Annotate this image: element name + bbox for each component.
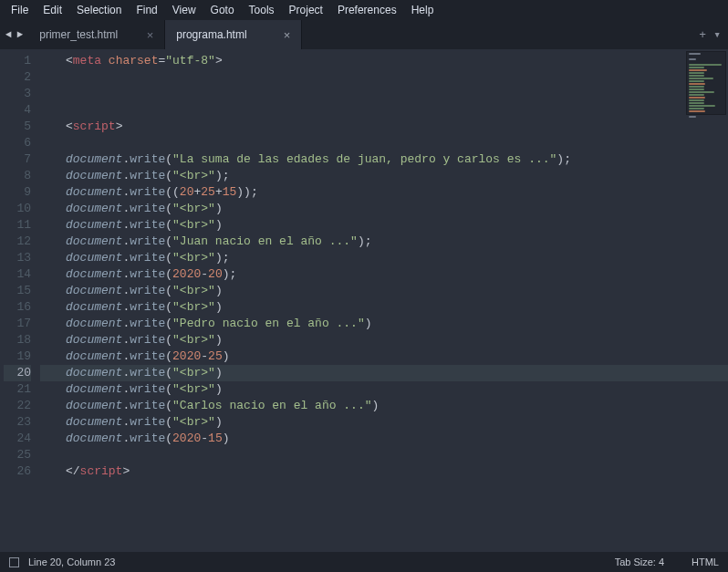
line-number: 4 — [4, 102, 31, 119]
cursor-position[interactable]: Line 20, Column 23 — [28, 556, 115, 567]
editor-area: 1234567891011121314151617181920212223242… — [0, 49, 728, 552]
menu-tools[interactable]: Tools — [242, 1, 282, 19]
menu-file[interactable]: File — [4, 1, 36, 19]
syntax-setting[interactable]: HTML — [692, 556, 719, 567]
line-number: 22 — [4, 398, 31, 414]
line-number: 11 — [4, 217, 31, 234]
tab-label: programa.html — [176, 28, 246, 41]
tab-dropdown-icon[interactable]: ▾ — [713, 27, 721, 42]
code-line[interactable]: <script> — [40, 119, 728, 135]
tab-primer-test[interactable]: primer_test.html × — [28, 20, 165, 49]
line-number: 20 — [4, 365, 31, 381]
line-number: 18 — [4, 332, 31, 348]
status-bar: Line 20, Column 23 Tab Size: 4 HTML — [0, 552, 728, 572]
nav-forward-icon[interactable]: ► — [17, 29, 24, 40]
line-number: 10 — [4, 201, 31, 217]
code-line[interactable]: document.write(2020-20); — [40, 266, 728, 283]
menu-edit[interactable]: Edit — [36, 1, 69, 19]
line-number: 8 — [4, 168, 31, 184]
code-line[interactable]: document.write("La suma de las edades de… — [40, 151, 728, 168]
line-number: 21 — [4, 381, 31, 398]
line-number: 24 — [4, 431, 31, 447]
line-number: 1 — [4, 53, 31, 69]
code-line[interactable]: document.write("<br>") — [40, 414, 728, 431]
new-tab-icon[interactable]: + — [699, 28, 706, 42]
tab-history-nav: ◄ ► — [0, 20, 28, 49]
menu-view[interactable]: View — [165, 1, 203, 19]
close-icon[interactable]: × — [147, 28, 154, 42]
line-number-gutter: 1234567891011121314151617181920212223242… — [0, 49, 40, 552]
nav-back-icon[interactable]: ◄ — [5, 29, 12, 40]
code-line[interactable]: document.write("<br>") — [40, 365, 728, 381]
tab-label: primer_test.html — [39, 28, 118, 41]
code-line[interactable]: document.write((20+25+15)); — [40, 184, 728, 201]
code-line[interactable]: document.write("<br>"); — [40, 250, 728, 266]
line-number: 23 — [4, 414, 31, 431]
menu-goto[interactable]: Goto — [203, 1, 242, 19]
code-content[interactable]: <meta charset="utf-8"><script>document.w… — [40, 49, 728, 552]
menu-selection[interactable]: Selection — [69, 1, 129, 19]
line-number: 12 — [4, 234, 31, 250]
tab-size-setting[interactable]: Tab Size: 4 — [615, 556, 664, 567]
menu-bar: File Edit Selection Find View Goto Tools… — [0, 0, 728, 20]
line-number: 17 — [4, 316, 31, 332]
code-line[interactable]: document.write(2020-25) — [40, 348, 728, 365]
code-line[interactable]: document.write("<br>") — [40, 217, 728, 234]
line-number: 7 — [4, 151, 31, 168]
line-number: 13 — [4, 250, 31, 266]
line-number: 26 — [4, 463, 31, 480]
close-icon[interactable]: × — [284, 28, 291, 42]
code-line[interactable]: document.write("Carlos nacio en el año .… — [40, 398, 728, 414]
code-line[interactable]: document.write(2020-15) — [40, 431, 728, 447]
code-line[interactable]: document.write("<br>") — [40, 381, 728, 398]
code-line[interactable] — [40, 135, 728, 151]
line-number: 15 — [4, 283, 31, 299]
code-line[interactable] — [40, 447, 728, 463]
line-number: 14 — [4, 266, 31, 283]
panel-switcher-icon[interactable] — [9, 557, 19, 567]
line-number: 9 — [4, 184, 31, 201]
code-line[interactable]: document.write("<br>"); — [40, 168, 728, 184]
code-line[interactable]: <meta charset="utf-8"> — [40, 53, 728, 69]
line-number: 25 — [4, 447, 31, 463]
code-line[interactable]: document.write("<br>") — [40, 283, 728, 299]
line-number: 3 — [4, 86, 31, 102]
code-line[interactable]: document.write("<br>") — [40, 332, 728, 348]
code-line[interactable]: document.write("<br>") — [40, 201, 728, 217]
code-line[interactable] — [40, 69, 728, 86]
tab-bar: ◄ ► primer_test.html × programa.html × +… — [0, 20, 728, 49]
line-number: 16 — [4, 299, 31, 316]
menu-help[interactable]: Help — [404, 1, 442, 19]
line-number: 6 — [4, 135, 31, 151]
code-line[interactable]: document.write("Pedro nacio en el año ..… — [40, 316, 728, 332]
line-number: 2 — [4, 69, 31, 86]
code-line[interactable] — [40, 86, 728, 102]
code-line[interactable] — [40, 102, 728, 119]
menu-project[interactable]: Project — [282, 1, 330, 19]
line-number: 5 — [4, 119, 31, 135]
minimap[interactable] — [686, 51, 726, 115]
code-line[interactable]: document.write("Juan nacio en el año ...… — [40, 234, 728, 250]
line-number: 19 — [4, 348, 31, 365]
code-line[interactable]: </script> — [40, 463, 728, 480]
code-line[interactable]: document.write("<br>") — [40, 299, 728, 316]
menu-preferences[interactable]: Preferences — [330, 1, 404, 19]
menu-find[interactable]: Find — [129, 1, 164, 19]
tab-programa[interactable]: programa.html × — [165, 20, 302, 49]
